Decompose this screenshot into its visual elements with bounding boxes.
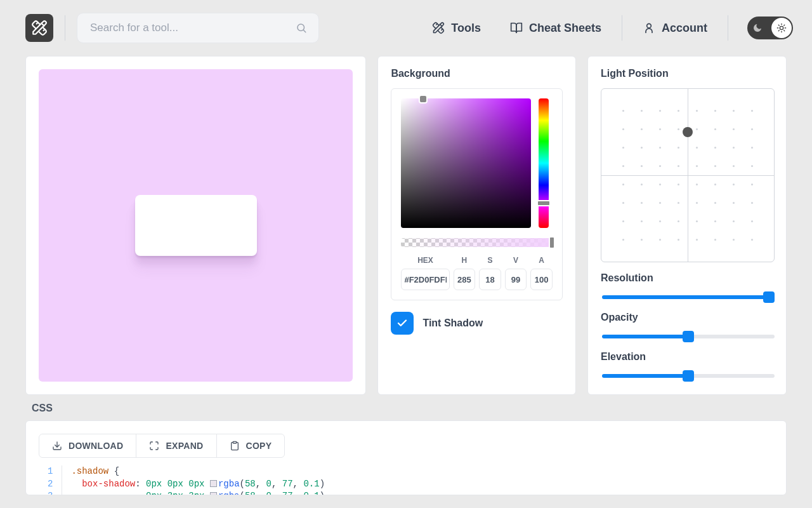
book-icon (510, 22, 523, 34)
preview-canvas (39, 69, 353, 382)
header-bar: Tools Cheat Sheets Account (0, 0, 812, 56)
nav-cheat-sheets[interactable]: Cheat Sheets (501, 22, 610, 35)
search-input[interactable] (89, 21, 296, 35)
h-input[interactable] (454, 269, 476, 290)
tint-shadow-label: Tint Shadow (422, 318, 483, 329)
nav-label: Cheat Sheets (529, 22, 601, 35)
a-input[interactable] (530, 269, 553, 290)
v-label: V (513, 256, 518, 265)
check-icon (396, 318, 408, 329)
separator (728, 15, 728, 41)
theme-toggle[interactable] (747, 17, 793, 39)
panel-title: Background (391, 68, 563, 79)
hue-thumb[interactable] (537, 200, 551, 206)
elevation-label: Elevation (601, 351, 773, 363)
nav-label: Account (662, 22, 707, 35)
nav-tools[interactable]: Tools (423, 22, 490, 35)
hue-slider[interactable] (539, 98, 549, 228)
expand-icon (149, 441, 159, 451)
elevation-slider[interactable] (602, 374, 775, 378)
code-content: .shadow { box-shadow: 0px 0px 0px rgba(5… (62, 465, 334, 495)
download-icon (52, 441, 62, 451)
opacity-slider[interactable] (602, 335, 775, 338)
code-toolbar: DOWNLOAD EXPAND COPY (39, 434, 285, 458)
toggle-knob (771, 18, 792, 38)
sv-panel[interactable] (401, 98, 531, 228)
color-picker: HEX H S V A (391, 88, 563, 300)
preview-element (135, 195, 257, 256)
svg-point-2 (780, 26, 783, 29)
copy-button[interactable]: COPY (217, 434, 285, 457)
search-field[interactable] (77, 13, 319, 43)
hex-label: HEX (417, 256, 433, 265)
hex-input[interactable] (401, 269, 449, 290)
separator (622, 15, 622, 41)
tint-shadow-checkbox[interactable] (391, 312, 414, 335)
separator (65, 15, 65, 41)
panel-title: Light Position (601, 68, 773, 79)
svg-point-1 (647, 23, 652, 28)
a-label: A (539, 256, 544, 265)
expand-button[interactable]: EXPAND (136, 434, 216, 457)
light-handle[interactable] (683, 127, 693, 137)
sv-cursor[interactable] (419, 95, 428, 104)
nav-account[interactable]: Account (634, 22, 716, 35)
opacity-label: Opacity (601, 312, 773, 323)
background-panel: Background HEX H (377, 56, 576, 395)
light-position-grid[interactable] (601, 88, 775, 262)
search-icon (296, 22, 307, 34)
resolution-label: Resolution (601, 272, 773, 284)
line-gutter: 123 (39, 465, 62, 495)
light-settings-panel: Light Position Resolution Opacity Elevat… (587, 56, 787, 395)
s-label: S (487, 256, 492, 265)
button-label: DOWNLOAD (69, 441, 123, 451)
s-input[interactable] (479, 269, 501, 290)
alpha-thumb[interactable] (549, 236, 555, 249)
clipboard-icon (230, 441, 240, 451)
ruler-pencil-icon (432, 22, 445, 34)
css-section-title: CSS (32, 403, 787, 414)
h-label: H (462, 256, 468, 265)
download-button[interactable]: DOWNLOAD (39, 434, 136, 457)
app-logo[interactable] (25, 14, 53, 42)
svg-point-0 (298, 24, 304, 31)
alpha-slider[interactable] (401, 238, 553, 247)
moon-icon (752, 23, 763, 33)
sun-icon (776, 23, 787, 33)
svg-rect-3 (233, 441, 236, 443)
nav-label: Tools (451, 22, 481, 35)
resolution-slider[interactable] (602, 295, 775, 299)
button-label: EXPAND (166, 441, 203, 451)
code-block[interactable]: 123 .shadow { box-shadow: 0px 0px 0px rg… (39, 465, 773, 495)
v-input[interactable] (505, 269, 527, 290)
ruler-pencil-icon (31, 20, 48, 36)
preview-panel (25, 56, 366, 395)
code-output-panel: DOWNLOAD EXPAND COPY 123 .shadow { box-s… (25, 420, 787, 495)
button-label: COPY (246, 441, 272, 451)
user-icon (643, 22, 655, 34)
